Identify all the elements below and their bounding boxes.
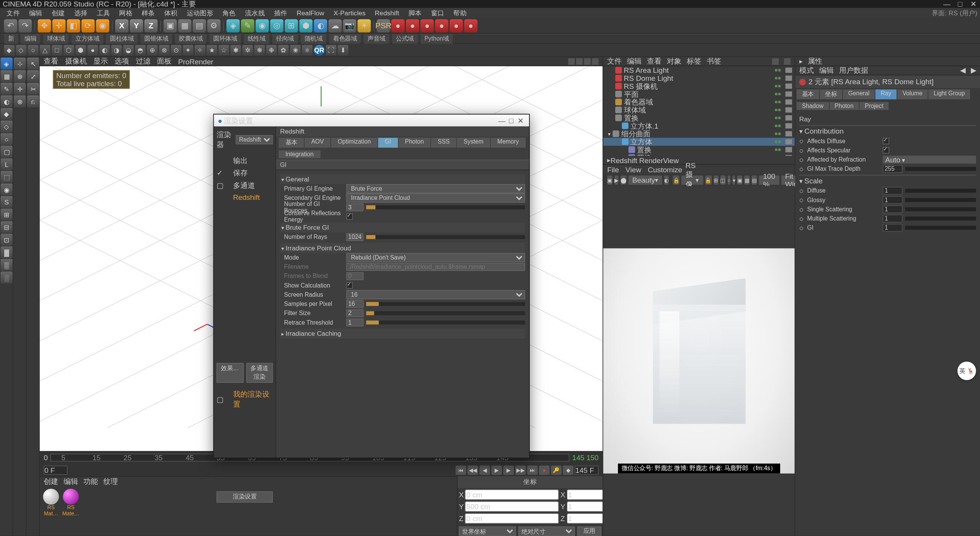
menu-redshift[interactable]: Redshift bbox=[371, 9, 403, 16]
om-menu-obj[interactable]: 对象 bbox=[667, 56, 681, 66]
search-icon[interactable] bbox=[772, 58, 779, 64]
tb3-icon[interactable]: ✱ bbox=[230, 45, 241, 56]
tb3-icon[interactable]: ★ bbox=[207, 45, 217, 56]
move-tool-icon[interactable]: ✛ bbox=[52, 19, 66, 32]
primary-gi-select[interactable]: Brute Force bbox=[346, 184, 525, 193]
light-icon[interactable]: ☀ bbox=[358, 19, 371, 32]
attr-nav-fwd-icon[interactable]: ▶ bbox=[971, 66, 976, 75]
rv-icon[interactable]: ▾ bbox=[733, 175, 735, 185]
rec-s-icon[interactable]: ● bbox=[406, 19, 419, 32]
tool-icon[interactable]: ▢ bbox=[1, 146, 13, 158]
section-bruteforce[interactable]: Brute Force GI bbox=[280, 222, 525, 232]
vp-menu-view[interactable]: 查看 bbox=[44, 56, 58, 66]
field-formula[interactable]: 公式域 bbox=[392, 34, 418, 44]
attr-tab-基本[interactable]: 基本 bbox=[797, 90, 819, 100]
next-key-icon[interactable]: ▶▶ bbox=[515, 466, 526, 475]
vp-menu-display[interactable]: 显示 bbox=[93, 56, 108, 66]
tb3-icon[interactable]: ● bbox=[87, 45, 98, 56]
menu-select[interactable]: 选择 bbox=[70, 8, 91, 18]
end-frame-field[interactable] bbox=[575, 466, 598, 475]
vp-nav-icon[interactable] bbox=[592, 58, 598, 64]
tool-icon[interactable]: ○ bbox=[1, 133, 13, 145]
rv-snap-icon[interactable]: ▦ bbox=[745, 175, 750, 185]
section-irrcache[interactable]: Irradiance Caching bbox=[280, 328, 525, 338]
prev-frame-icon[interactable]: ◀ bbox=[479, 466, 490, 475]
field-shader[interactable]: 着色器域 bbox=[329, 34, 361, 44]
vp-menu-prorender[interactable]: ProRender bbox=[178, 57, 213, 65]
tab-system[interactable]: System bbox=[457, 138, 490, 148]
pos-y-field[interactable] bbox=[465, 501, 559, 512]
tab-gi[interactable]: GI bbox=[378, 138, 398, 148]
x-axis-icon[interactable]: X bbox=[115, 19, 129, 32]
glossy-scale-slider[interactable] bbox=[905, 198, 976, 202]
tb3-icon[interactable]: ◑ bbox=[111, 45, 122, 56]
snap-icon[interactable]: ⊗ bbox=[14, 95, 26, 107]
gi-bounces-field[interactable] bbox=[346, 203, 364, 211]
extrude-icon[interactable]: ◎ bbox=[270, 19, 284, 32]
field-linear[interactable]: 线性域 bbox=[244, 34, 270, 44]
quick-render-icon[interactable]: QR bbox=[314, 45, 325, 56]
mat-menu-edit[interactable]: 编辑 bbox=[64, 477, 78, 487]
dialog-maximize-button[interactable]: □ bbox=[506, 116, 516, 124]
om-menu-bookmarks[interactable]: 书签 bbox=[707, 56, 721, 66]
goto-start-icon[interactable]: ⏮ bbox=[456, 466, 466, 475]
tool-icon[interactable]: ▒ bbox=[1, 259, 13, 271]
snap-icon[interactable]: ✛ bbox=[14, 83, 26, 95]
dialog-minimize-button[interactable]: — bbox=[497, 116, 506, 124]
vp-menu-camera[interactable]: 摄像机 bbox=[65, 56, 87, 66]
tb3-icon[interactable]: □ bbox=[52, 45, 62, 56]
ms-scale-slider[interactable] bbox=[905, 217, 976, 221]
tb3-icon[interactable]: ○ bbox=[28, 45, 39, 56]
tab-aov[interactable]: AOV bbox=[305, 138, 330, 148]
camera-icon[interactable]: 📷 bbox=[343, 19, 356, 32]
apply-button[interactable]: 应用 bbox=[577, 526, 601, 536]
snap-icon[interactable]: ⊹ bbox=[14, 57, 26, 69]
render-settings-footer-button[interactable]: 渲染设置 bbox=[217, 491, 273, 502]
mat-menu-create[interactable]: 创建 bbox=[44, 477, 58, 487]
samples-pixel-field[interactable] bbox=[346, 300, 364, 308]
om-menu-edit[interactable]: 编辑 bbox=[627, 56, 642, 66]
tb3-icon[interactable]: ⊕ bbox=[147, 45, 158, 56]
tab-integration[interactable]: Integration bbox=[279, 150, 320, 159]
floating-badge[interactable]: 英 🦌 bbox=[957, 361, 976, 380]
field-radial[interactable]: 径向域 bbox=[272, 34, 298, 44]
menu-tools[interactable]: 工具 bbox=[93, 8, 114, 18]
tb3-icon[interactable]: ◒ bbox=[123, 45, 134, 56]
refraction-select[interactable]: Auto ▾ bbox=[883, 155, 976, 163]
tab-基本[interactable]: 基本 bbox=[279, 138, 304, 148]
material-swatch[interactable]: RS Mat… bbox=[42, 489, 60, 517]
tool-icon[interactable]: ◇ bbox=[1, 121, 13, 132]
psr-icon[interactable]: PSR bbox=[377, 19, 390, 32]
lasso-tool-icon[interactable]: ◉ bbox=[96, 19, 109, 32]
rv-render-icon[interactable]: ▣ bbox=[607, 175, 612, 185]
tool-icon[interactable]: ▓ bbox=[1, 246, 13, 258]
section-ipc[interactable]: Irradiance Point Cloud bbox=[280, 243, 525, 253]
menu-script[interactable]: 脚本 bbox=[404, 8, 425, 18]
om-menu-view[interactable]: 查看 bbox=[647, 56, 662, 66]
y-axis-icon[interactable]: Y bbox=[130, 19, 143, 32]
rec-r-icon[interactable]: ● bbox=[420, 19, 434, 32]
tb3-icon[interactable]: ◓ bbox=[135, 45, 146, 56]
rotate-tool-icon[interactable]: ⟳ bbox=[82, 19, 95, 32]
screen-radius-select[interactable]: 16 bbox=[346, 290, 525, 299]
tb3-icon[interactable]: ✧ bbox=[195, 45, 206, 56]
snap-icon[interactable]: ⊕ bbox=[14, 70, 26, 82]
field-torus[interactable]: 圆环体域 bbox=[209, 34, 241, 44]
field-sound[interactable]: 声音域 bbox=[364, 34, 389, 44]
tb3-icon[interactable]: ⊗ bbox=[159, 45, 170, 56]
tb3-icon[interactable]: ❀ bbox=[290, 45, 301, 56]
field-cone[interactable]: 圆锥体域 bbox=[140, 34, 172, 44]
attr-tab-ray[interactable]: Ray bbox=[875, 90, 897, 100]
vp-menu-options[interactable]: 选项 bbox=[114, 56, 129, 66]
show-calc-checkbox[interactable] bbox=[346, 282, 353, 289]
tool-icon[interactable]: ⎌ bbox=[27, 95, 39, 107]
attr-tab-light group[interactable]: Light Group bbox=[928, 90, 970, 100]
tb3-icon[interactable]: ◐ bbox=[99, 45, 110, 56]
attr-menu-mode[interactable]: 模式 bbox=[799, 65, 814, 75]
tool-icon[interactable]: ⊡ bbox=[1, 234, 13, 246]
menu-xparticles[interactable]: X-Particles bbox=[330, 9, 369, 16]
tool-icon[interactable]: ✂ bbox=[27, 83, 39, 95]
renderer-select[interactable]: Redshift bbox=[236, 135, 273, 144]
effects-button[interactable]: 效果… bbox=[217, 363, 243, 383]
conserve-energy-checkbox[interactable] bbox=[346, 213, 353, 220]
